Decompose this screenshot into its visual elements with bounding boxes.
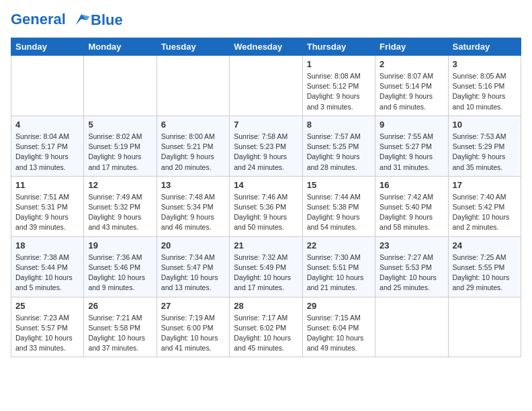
- calendar-cell: [230, 56, 302, 116]
- day-info: Sunrise: 7:23 AM Sunset: 5:57 PM Dayligh…: [15, 313, 79, 354]
- day-number: 24: [453, 240, 517, 250]
- day-number: 25: [15, 301, 79, 311]
- calendar-week-5: 25Sunrise: 7:23 AM Sunset: 5:57 PM Dayli…: [11, 297, 521, 357]
- day-number: 12: [88, 180, 152, 190]
- day-number: 7: [234, 120, 298, 130]
- day-number: 20: [161, 240, 225, 250]
- day-info: Sunrise: 7:40 AM Sunset: 5:42 PM Dayligh…: [453, 192, 517, 233]
- day-info: Sunrise: 7:34 AM Sunset: 5:47 PM Dayligh…: [161, 253, 225, 293]
- day-number: 22: [307, 240, 371, 250]
- calendar-cell: 1Sunrise: 8:08 AM Sunset: 5:12 PM Daylig…: [302, 56, 375, 116]
- day-info: Sunrise: 7:38 AM Sunset: 5:44 PM Dayligh…: [15, 253, 79, 293]
- day-number: 3: [453, 59, 517, 69]
- calendar-cell: 20Sunrise: 7:34 AM Sunset: 5:47 PM Dayli…: [157, 236, 229, 297]
- day-number: 9: [380, 120, 443, 130]
- calendar-cell: 29Sunrise: 7:15 AM Sunset: 6:04 PM Dayli…: [302, 297, 375, 357]
- logo: General Blue: [11, 11, 123, 30]
- day-info: Sunrise: 7:55 AM Sunset: 5:27 PM Dayligh…: [380, 132, 443, 173]
- weekday-header-row: SundayMondayTuesdayWednesdayThursdayFrid…: [11, 38, 521, 56]
- day-info: Sunrise: 8:04 AM Sunset: 5:17 PM Dayligh…: [15, 132, 79, 173]
- logo-text: General: [11, 11, 91, 30]
- day-number: 27: [161, 301, 225, 311]
- day-info: Sunrise: 7:27 AM Sunset: 5:53 PM Dayligh…: [380, 253, 443, 293]
- calendar-cell: 16Sunrise: 7:42 AM Sunset: 5:40 PM Dayli…: [375, 176, 448, 236]
- calendar-cell: 19Sunrise: 7:36 AM Sunset: 5:46 PM Dayli…: [84, 236, 157, 297]
- calendar-cell: 6Sunrise: 8:00 AM Sunset: 5:21 PM Daylig…: [157, 116, 229, 176]
- weekday-header-monday: Monday: [84, 38, 157, 56]
- day-number: 29: [307, 301, 371, 311]
- weekday-header-wednesday: Wednesday: [230, 38, 302, 56]
- day-number: 15: [307, 180, 371, 190]
- day-number: 21: [234, 240, 298, 250]
- day-info: Sunrise: 7:15 AM Sunset: 6:04 PM Dayligh…: [307, 313, 371, 354]
- weekday-header-tuesday: Tuesday: [157, 38, 229, 56]
- day-number: 19: [88, 240, 152, 250]
- day-number: 18: [15, 240, 79, 250]
- calendar-cell: 14Sunrise: 7:46 AM Sunset: 5:36 PM Dayli…: [230, 176, 302, 236]
- calendar-cell: 18Sunrise: 7:38 AM Sunset: 5:44 PM Dayli…: [11, 236, 84, 297]
- calendar-cell: 25Sunrise: 7:23 AM Sunset: 5:57 PM Dayli…: [11, 297, 84, 357]
- calendar-cell: 3Sunrise: 8:05 AM Sunset: 5:16 PM Daylig…: [448, 56, 521, 116]
- day-info: Sunrise: 8:00 AM Sunset: 5:21 PM Dayligh…: [161, 132, 225, 173]
- day-info: Sunrise: 7:51 AM Sunset: 5:31 PM Dayligh…: [15, 192, 79, 233]
- day-info: Sunrise: 7:57 AM Sunset: 5:25 PM Dayligh…: [307, 132, 371, 173]
- weekday-header-thursday: Thursday: [302, 38, 375, 56]
- day-number: 6: [161, 120, 225, 130]
- calendar-cell: [448, 297, 521, 357]
- calendar-cell: 12Sunrise: 7:49 AM Sunset: 5:32 PM Dayli…: [84, 176, 157, 236]
- day-info: Sunrise: 7:49 AM Sunset: 5:32 PM Dayligh…: [88, 192, 152, 233]
- day-info: Sunrise: 7:42 AM Sunset: 5:40 PM Dayligh…: [380, 192, 443, 233]
- day-info: Sunrise: 8:08 AM Sunset: 5:12 PM Dayligh…: [307, 71, 371, 112]
- calendar-week-3: 11Sunrise: 7:51 AM Sunset: 5:31 PM Dayli…: [11, 176, 521, 236]
- day-info: Sunrise: 7:58 AM Sunset: 5:23 PM Dayligh…: [234, 132, 298, 173]
- day-info: Sunrise: 8:02 AM Sunset: 5:19 PM Dayligh…: [88, 132, 152, 173]
- calendar-cell: 17Sunrise: 7:40 AM Sunset: 5:42 PM Dayli…: [448, 176, 521, 236]
- day-number: 8: [307, 120, 371, 130]
- day-number: 23: [380, 240, 443, 250]
- day-info: Sunrise: 7:21 AM Sunset: 5:58 PM Dayligh…: [88, 313, 152, 354]
- calendar-cell: [157, 56, 229, 116]
- calendar-cell: [375, 297, 448, 357]
- day-info: Sunrise: 7:30 AM Sunset: 5:51 PM Dayligh…: [307, 253, 371, 293]
- day-number: 17: [453, 180, 517, 190]
- day-number: 5: [88, 120, 152, 130]
- calendar-cell: 15Sunrise: 7:44 AM Sunset: 5:38 PM Dayli…: [302, 176, 375, 236]
- calendar-cell: 28Sunrise: 7:17 AM Sunset: 6:02 PM Dayli…: [230, 297, 302, 357]
- day-info: Sunrise: 7:25 AM Sunset: 5:55 PM Dayligh…: [453, 253, 517, 293]
- day-number: 1: [307, 59, 371, 69]
- day-number: 16: [380, 180, 443, 190]
- day-number: 14: [234, 180, 298, 190]
- day-info: Sunrise: 7:46 AM Sunset: 5:36 PM Dayligh…: [234, 192, 298, 233]
- day-info: Sunrise: 7:48 AM Sunset: 5:34 PM Dayligh…: [161, 192, 225, 233]
- calendar-cell: 24Sunrise: 7:25 AM Sunset: 5:55 PM Dayli…: [448, 236, 521, 297]
- page-header: General Blue: [11, 11, 521, 30]
- day-number: 28: [234, 301, 298, 311]
- calendar-cell: 2Sunrise: 8:07 AM Sunset: 5:14 PM Daylig…: [375, 56, 448, 116]
- calendar-week-2: 4Sunrise: 8:04 AM Sunset: 5:17 PM Daylig…: [11, 116, 521, 176]
- calendar-cell: 26Sunrise: 7:21 AM Sunset: 5:58 PM Dayli…: [84, 297, 157, 357]
- day-info: Sunrise: 7:36 AM Sunset: 5:46 PM Dayligh…: [88, 253, 152, 293]
- logo-blue: Blue: [91, 13, 123, 28]
- day-info: Sunrise: 7:19 AM Sunset: 6:00 PM Dayligh…: [161, 313, 225, 354]
- calendar-week-4: 18Sunrise: 7:38 AM Sunset: 5:44 PM Dayli…: [11, 236, 521, 297]
- day-number: 26: [88, 301, 152, 311]
- day-number: 2: [380, 59, 443, 69]
- calendar-cell: [11, 56, 84, 116]
- day-number: 13: [161, 180, 225, 190]
- weekday-header-sunday: Sunday: [11, 38, 84, 56]
- calendar-cell: 13Sunrise: 7:48 AM Sunset: 5:34 PM Dayli…: [157, 176, 229, 236]
- day-info: Sunrise: 7:32 AM Sunset: 5:49 PM Dayligh…: [234, 253, 298, 293]
- calendar-cell: 9Sunrise: 7:55 AM Sunset: 5:27 PM Daylig…: [375, 116, 448, 176]
- calendar-cell: [84, 56, 157, 116]
- calendar-cell: 8Sunrise: 7:57 AM Sunset: 5:25 PM Daylig…: [302, 116, 375, 176]
- calendar-cell: 4Sunrise: 8:04 AM Sunset: 5:17 PM Daylig…: [11, 116, 84, 176]
- day-info: Sunrise: 7:17 AM Sunset: 6:02 PM Dayligh…: [234, 313, 298, 354]
- calendar-cell: 23Sunrise: 7:27 AM Sunset: 5:53 PM Dayli…: [375, 236, 448, 297]
- calendar-cell: 21Sunrise: 7:32 AM Sunset: 5:49 PM Dayli…: [230, 236, 302, 297]
- calendar-cell: 27Sunrise: 7:19 AM Sunset: 6:00 PM Dayli…: [157, 297, 229, 357]
- calendar-week-1: 1Sunrise: 8:08 AM Sunset: 5:12 PM Daylig…: [11, 56, 521, 116]
- calendar-cell: 7Sunrise: 7:58 AM Sunset: 5:23 PM Daylig…: [230, 116, 302, 176]
- day-number: 4: [15, 120, 79, 130]
- calendar-cell: 10Sunrise: 7:53 AM Sunset: 5:29 PM Dayli…: [448, 116, 521, 176]
- day-number: 10: [453, 120, 517, 130]
